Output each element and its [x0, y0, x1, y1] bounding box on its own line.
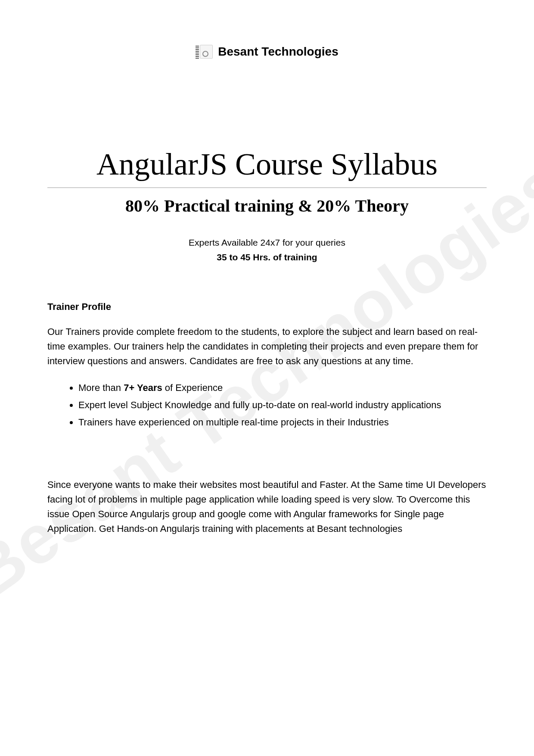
- bullet-bold: 7+ Years: [124, 382, 162, 393]
- bullet-prefix: More than: [78, 382, 124, 393]
- bullet-prefix: Expert level Subject Knowledge and fully…: [78, 400, 441, 410]
- company-name: Besant Technologies: [218, 45, 338, 59]
- availability-text: Experts Available 24x7 for your queries: [47, 237, 487, 248]
- company-logo-icon: [196, 43, 213, 60]
- duration-text: 35 to 45 Hrs. of training: [47, 252, 487, 262]
- trainer-profile-heading: Trainer Profile: [47, 301, 487, 312]
- title-divider: [47, 187, 487, 188]
- list-item: Expert level Subject Knowledge and fully…: [78, 398, 487, 412]
- list-item: More than 7+ Years of Experience: [78, 381, 487, 395]
- footer-paragraph: Since everyone wants to make their websi…: [47, 478, 487, 536]
- list-item: Trainers have experienced on multiple re…: [78, 415, 487, 430]
- logo-header: Besant Technologies: [47, 43, 487, 60]
- trainer-bullet-list: More than 7+ Years of Experience Expert …: [47, 381, 487, 430]
- page-title: AngularJS Course Syllabus: [47, 147, 487, 182]
- bullet-suffix: of Experience: [162, 382, 223, 393]
- bullet-prefix: Trainers have experienced on multiple re…: [78, 417, 389, 428]
- page-subtitle: 80% Practical training & 20% Theory: [47, 196, 487, 216]
- trainer-profile-description: Our Trainers provide complete freedom to…: [47, 325, 487, 369]
- page-content: Besant Technologies AngularJS Course Syl…: [47, 43, 487, 536]
